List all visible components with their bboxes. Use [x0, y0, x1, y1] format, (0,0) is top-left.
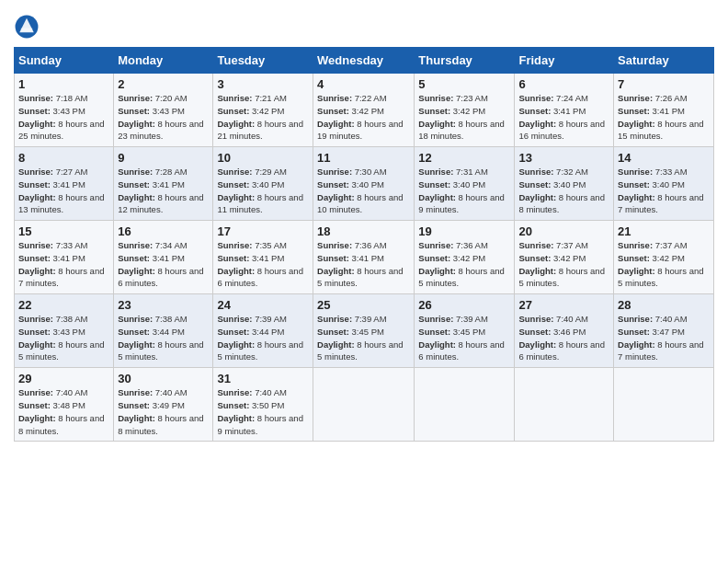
day-info: Sunrise: 7:34 AMSunset: 3:41 PMDaylight:…: [118, 239, 209, 290]
day-number: 18: [317, 224, 410, 238]
calendar-cell: 26Sunrise: 7:39 AMSunset: 3:45 PMDayligh…: [415, 294, 515, 368]
day-number: 17: [217, 224, 309, 238]
day-number: 22: [18, 298, 109, 312]
calendar-cell: 13Sunrise: 7:32 AMSunset: 3:40 PMDayligh…: [515, 147, 614, 221]
day-number: 31: [217, 372, 309, 385]
day-info: Sunrise: 7:40 AMSunset: 3:49 PMDaylight:…: [118, 386, 209, 437]
calendar-cell: 24Sunrise: 7:39 AMSunset: 3:44 PMDayligh…: [213, 294, 313, 368]
calendar-cell: 27Sunrise: 7:40 AMSunset: 3:46 PMDayligh…: [515, 294, 614, 368]
day-info: Sunrise: 7:37 AMSunset: 3:42 PMDaylight:…: [618, 239, 710, 290]
day-number: 21: [618, 224, 710, 238]
day-info: Sunrise: 7:21 AMSunset: 3:42 PMDaylight:…: [217, 92, 309, 143]
calendar-cell: 3Sunrise: 7:21 AMSunset: 3:42 PMDaylight…: [213, 74, 313, 147]
day-info: Sunrise: 7:39 AMSunset: 3:45 PMDaylight:…: [418, 313, 510, 363]
day-info: Sunrise: 7:38 AMSunset: 3:44 PMDaylight:…: [118, 313, 209, 363]
calendar-cell: 25Sunrise: 7:39 AMSunset: 3:45 PMDayligh…: [313, 294, 415, 368]
calendar-table: SundayMondayTuesdayWednesdayThursdayFrid…: [14, 47, 714, 442]
calendar-cell: 20Sunrise: 7:37 AMSunset: 3:42 PMDayligh…: [515, 221, 614, 294]
calendar-cell: 29Sunrise: 7:40 AMSunset: 3:48 PMDayligh…: [15, 368, 114, 442]
col-header-sunday: Sunday: [15, 48, 114, 74]
calendar-cell: 21Sunrise: 7:37 AMSunset: 3:42 PMDayligh…: [614, 221, 714, 294]
calendar-cell: 16Sunrise: 7:34 AMSunset: 3:41 PMDayligh…: [114, 221, 213, 294]
day-info: Sunrise: 7:22 AMSunset: 3:42 PMDaylight:…: [317, 92, 410, 143]
day-info: Sunrise: 7:30 AMSunset: 3:40 PMDaylight:…: [317, 166, 410, 216]
day-info: Sunrise: 7:40 AMSunset: 3:50 PMDaylight:…: [217, 386, 309, 437]
day-number: 28: [618, 298, 710, 312]
day-number: 3: [217, 77, 309, 91]
calendar-cell: 8Sunrise: 7:27 AMSunset: 3:41 PMDaylight…: [15, 147, 114, 221]
day-number: 30: [118, 372, 209, 385]
day-number: 14: [618, 151, 710, 165]
day-info: Sunrise: 7:24 AMSunset: 3:41 PMDaylight:…: [518, 92, 609, 143]
day-info: Sunrise: 7:20 AMSunset: 3:43 PMDaylight:…: [118, 92, 209, 143]
calendar-cell: 31Sunrise: 7:40 AMSunset: 3:50 PMDayligh…: [213, 368, 313, 442]
day-info: Sunrise: 7:23 AMSunset: 3:42 PMDaylight:…: [418, 92, 510, 143]
day-info: Sunrise: 7:40 AMSunset: 3:48 PMDaylight:…: [18, 386, 109, 437]
calendar-cell: 14Sunrise: 7:33 AMSunset: 3:40 PMDayligh…: [614, 147, 714, 221]
calendar-cell: [614, 368, 714, 442]
day-info: Sunrise: 7:26 AMSunset: 3:41 PMDaylight:…: [618, 92, 710, 143]
col-header-monday: Monday: [114, 48, 213, 74]
day-number: 16: [118, 224, 209, 238]
calendar-cell: 9Sunrise: 7:28 AMSunset: 3:41 PMDaylight…: [114, 147, 213, 221]
day-number: 8: [18, 151, 109, 165]
day-info: Sunrise: 7:29 AMSunset: 3:40 PMDaylight:…: [217, 166, 309, 216]
day-number: 1: [18, 77, 109, 91]
calendar-cell: 1Sunrise: 7:18 AMSunset: 3:43 PMDaylight…: [15, 74, 114, 147]
day-number: 9: [118, 151, 209, 165]
day-number: 27: [518, 298, 609, 312]
col-header-wednesday: Wednesday: [313, 48, 415, 74]
day-info: Sunrise: 7:32 AMSunset: 3:40 PMDaylight:…: [518, 166, 609, 216]
calendar-cell: 28Sunrise: 7:40 AMSunset: 3:47 PMDayligh…: [614, 294, 714, 368]
calendar-cell: 2Sunrise: 7:20 AMSunset: 3:43 PMDaylight…: [114, 74, 213, 147]
calendar-cell: 10Sunrise: 7:29 AMSunset: 3:40 PMDayligh…: [213, 147, 313, 221]
day-info: Sunrise: 7:18 AMSunset: 3:43 PMDaylight:…: [18, 92, 109, 143]
day-number: 19: [418, 224, 510, 238]
calendar-cell: [515, 368, 614, 442]
calendar-cell: 12Sunrise: 7:31 AMSunset: 3:40 PMDayligh…: [415, 147, 515, 221]
calendar-cell: [415, 368, 515, 442]
day-number: 29: [18, 372, 109, 385]
day-info: Sunrise: 7:40 AMSunset: 3:47 PMDaylight:…: [618, 313, 710, 363]
day-info: Sunrise: 7:39 AMSunset: 3:44 PMDaylight:…: [217, 313, 309, 363]
day-info: Sunrise: 7:36 AMSunset: 3:42 PMDaylight:…: [418, 239, 510, 290]
day-number: 23: [118, 298, 209, 312]
calendar-cell: 30Sunrise: 7:40 AMSunset: 3:49 PMDayligh…: [114, 368, 213, 442]
day-info: Sunrise: 7:33 AMSunset: 3:41 PMDaylight:…: [18, 239, 109, 290]
day-info: Sunrise: 7:33 AMSunset: 3:40 PMDaylight:…: [618, 166, 710, 216]
day-info: Sunrise: 7:38 AMSunset: 3:43 PMDaylight:…: [18, 313, 109, 363]
col-header-tuesday: Tuesday: [213, 48, 313, 74]
day-info: Sunrise: 7:37 AMSunset: 3:42 PMDaylight:…: [518, 239, 609, 290]
day-number: 2: [118, 77, 209, 91]
day-number: 26: [418, 298, 510, 312]
calendar-cell: 5Sunrise: 7:23 AMSunset: 3:42 PMDaylight…: [415, 74, 515, 147]
svg-rect-2: [21, 29, 32, 31]
logo-icon: [14, 14, 40, 40]
day-number: 15: [18, 224, 109, 238]
calendar-cell: 22Sunrise: 7:38 AMSunset: 3:43 PMDayligh…: [15, 294, 114, 368]
header: [14, 9, 714, 40]
calendar-cell: 19Sunrise: 7:36 AMSunset: 3:42 PMDayligh…: [415, 221, 515, 294]
calendar-cell: 23Sunrise: 7:38 AMSunset: 3:44 PMDayligh…: [114, 294, 213, 368]
col-header-saturday: Saturday: [614, 48, 714, 74]
calendar-cell: [313, 368, 415, 442]
day-info: Sunrise: 7:36 AMSunset: 3:41 PMDaylight:…: [317, 239, 410, 290]
col-header-thursday: Thursday: [415, 48, 515, 74]
day-number: 11: [317, 151, 410, 165]
calendar-cell: 4Sunrise: 7:22 AMSunset: 3:42 PMDaylight…: [313, 74, 415, 147]
calendar-cell: 15Sunrise: 7:33 AMSunset: 3:41 PMDayligh…: [15, 221, 114, 294]
day-info: Sunrise: 7:35 AMSunset: 3:41 PMDaylight:…: [217, 239, 309, 290]
col-header-friday: Friday: [515, 48, 614, 74]
calendar-cell: 11Sunrise: 7:30 AMSunset: 3:40 PMDayligh…: [313, 147, 415, 221]
day-info: Sunrise: 7:28 AMSunset: 3:41 PMDaylight:…: [118, 166, 209, 216]
day-number: 24: [217, 298, 309, 312]
calendar-cell: 17Sunrise: 7:35 AMSunset: 3:41 PMDayligh…: [213, 221, 313, 294]
day-info: Sunrise: 7:31 AMSunset: 3:40 PMDaylight:…: [418, 166, 510, 216]
calendar-cell: 6Sunrise: 7:24 AMSunset: 3:41 PMDaylight…: [515, 74, 614, 147]
logo: [14, 14, 41, 40]
day-number: 5: [418, 77, 510, 91]
calendar-cell: 7Sunrise: 7:26 AMSunset: 3:41 PMDaylight…: [614, 74, 714, 147]
day-number: 13: [518, 151, 609, 165]
day-number: 25: [317, 298, 410, 312]
day-number: 6: [518, 77, 609, 91]
